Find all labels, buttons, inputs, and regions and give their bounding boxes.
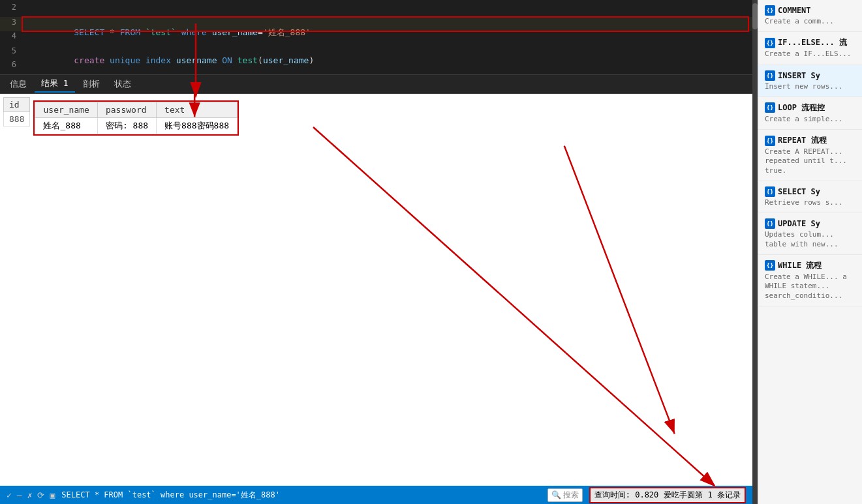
tbl-backtick: `test` bbox=[146, 27, 176, 37]
sidebar-title-comment: {} COMMENT bbox=[765, 5, 855, 16]
kw-on: ON bbox=[222, 55, 232, 65]
sidebar-desc-update: Updates colum... table with new... bbox=[765, 230, 855, 249]
table-header-row: user_name password text bbox=[35, 102, 238, 118]
stop-icon[interactable]: ▣ bbox=[50, 490, 55, 500]
status-bar: ✓ – ✗ ⟳ ▣ SELECT * FROM `test` where use… bbox=[0, 486, 752, 504]
table-row: 姓名_888 密码: 888 账号888密码888 bbox=[35, 118, 238, 134]
sidebar-desc-select: Retrieve rows s... bbox=[765, 198, 855, 207]
sidebar-item-update[interactable]: {} UPDATE Sy Updates colum... table with… bbox=[758, 213, 862, 255]
check-icon[interactable]: ✓ bbox=[7, 490, 12, 500]
id-cell: 888 bbox=[4, 112, 30, 126]
tab-info[interactable]: 信息 bbox=[3, 76, 33, 92]
sidebar-item-repeat[interactable]: {} REPEAT 流程 Create A REPEAT... repeated… bbox=[758, 130, 862, 181]
sidebar-item-select[interactable]: {} SELECT Sy Retrieve rows s... bbox=[758, 181, 862, 213]
query-time: 查询时间: 0.820 bbox=[594, 490, 659, 501]
kw-index: index bbox=[146, 55, 171, 65]
status-query-info-box: 查询时间: 0.820 爱吃手圆第 1 条记录 bbox=[589, 487, 746, 503]
code-line-3: 3 SELECT * FROM `test` where user_name='… bbox=[0, 17, 752, 31]
col-username: user_name bbox=[212, 27, 258, 37]
cross-icon[interactable]: ✗ bbox=[27, 490, 33, 500]
line-num-5: 5 bbox=[0, 46, 23, 55]
tab-profile[interactable]: 剖析 bbox=[76, 76, 106, 92]
sidebar-title-repeat: {} REPEAT 流程 bbox=[765, 135, 855, 146]
main-container: 2 3 SELECT * FROM `test` where user_name… bbox=[0, 0, 862, 504]
kw-from: FROM bbox=[120, 27, 140, 37]
col-user-name: user_name bbox=[263, 55, 309, 65]
sidebar-desc-loop: Create a simple... bbox=[765, 115, 855, 124]
results-wrapper: id 888 bbox=[0, 94, 752, 504]
sidebar-title-while: {} WHILE 流程 bbox=[765, 260, 855, 271]
sidebar-title-select: {} SELECT Sy bbox=[765, 186, 855, 197]
sidebar-desc-repeat: Create A REPEAT... repeated until t... t… bbox=[765, 147, 855, 175]
idx-name: username bbox=[176, 55, 217, 65]
id-row: 888 bbox=[4, 112, 30, 126]
search-icon: 🔍 bbox=[551, 490, 561, 499]
status-sql: SELECT * FROM `test` where user_name='姓名… bbox=[61, 490, 547, 501]
sidebar-item-comment[interactable]: {} COMMENT Create a comm... bbox=[758, 0, 862, 32]
tbl-test: test bbox=[238, 55, 258, 65]
sidebar-item-insert[interactable]: {} INSERT Sy Insert new rows... bbox=[758, 65, 862, 97]
comment-icon: {} bbox=[765, 5, 775, 16]
sidebar: {} COMMENT Create a comm... {} IF...ELSE… bbox=[758, 0, 862, 504]
results-row-wrapper: id 888 bbox=[3, 97, 749, 139]
ifelse-icon: {} bbox=[765, 38, 775, 48]
tab-results[interactable]: 结果 1 bbox=[35, 76, 75, 93]
sidebar-desc-comment: Create a comm... bbox=[765, 17, 855, 26]
sidebar-desc-insert: Insert new rows... bbox=[765, 82, 855, 91]
sidebar-desc-ifelse: Create a IF...ELS... bbox=[765, 50, 855, 59]
tab-status[interactable]: 状态 bbox=[108, 76, 138, 92]
sidebar-item-loop[interactable]: {} LOOP 流程控 Create a simple... bbox=[758, 97, 862, 130]
col-header-id: id bbox=[4, 98, 30, 112]
tabs-bar: 信息 结果 1 剖析 状态 bbox=[0, 74, 752, 94]
cell-text: 账号888密码888 bbox=[157, 118, 238, 134]
sidebar-desc-while: Create a WHILE... a WHILE statem... sear… bbox=[765, 273, 855, 301]
col-header-password: password bbox=[97, 102, 156, 118]
line-num-3: 3 bbox=[0, 18, 23, 27]
id-column-area: id 888 bbox=[3, 97, 30, 126]
sidebar-title-insert: {} INSERT Sy bbox=[765, 70, 855, 81]
col-header-text: text bbox=[157, 102, 238, 118]
loop-icon: {} bbox=[765, 102, 775, 113]
kw-where: where bbox=[181, 27, 207, 37]
results-content: id 888 bbox=[0, 94, 752, 504]
sidebar-title-loop: {} LOOP 流程控 bbox=[765, 102, 855, 113]
dash-icon[interactable]: – bbox=[17, 490, 22, 500]
rows-info: 爱吃手圆第 1 条记录 bbox=[664, 490, 741, 501]
insert-icon: {} bbox=[765, 70, 775, 81]
sidebar-item-while[interactable]: {} WHILE 流程 Create a WHILE... a WHILE st… bbox=[758, 255, 862, 306]
line-num-6: 6 bbox=[0, 60, 23, 69]
refresh-icon[interactable]: ⟳ bbox=[37, 490, 44, 500]
editor-top: 2 3 SELECT * FROM `test` where user_name… bbox=[0, 0, 752, 74]
cell-username: 姓名_888 bbox=[35, 118, 97, 134]
kw-unique: unique bbox=[110, 55, 140, 65]
left-panel: 2 3 SELECT * FROM `test` where user_name… bbox=[0, 0, 752, 504]
line-num-4: 4 bbox=[0, 31, 23, 40]
line-num-2: 2 bbox=[0, 3, 23, 12]
code-content-5: create unique index username ON test(use… bbox=[23, 46, 752, 75]
code-line-2: 2 bbox=[0, 3, 752, 17]
while-icon: {} bbox=[765, 260, 775, 271]
sidebar-title-update: {} UPDATE Sy bbox=[765, 218, 855, 229]
status-icons: ✓ – ✗ ⟳ ▣ bbox=[7, 490, 55, 500]
cell-password: 密码: 888 bbox=[97, 118, 156, 134]
result-table-box: user_name password text 姓名_888 密码: 888 账… bbox=[33, 100, 239, 136]
code-content-3: SELECT * FROM `test` where user_name='姓名… bbox=[23, 17, 752, 48]
status-right: 🔍 搜索 查询时间: 0.820 爱吃手圆第 1 条记录 bbox=[547, 487, 746, 503]
update-icon: {} bbox=[765, 218, 775, 229]
vertical-scrollbar[interactable] bbox=[752, 0, 758, 504]
select-icon: {} bbox=[765, 186, 775, 197]
str-value: '姓名_888' bbox=[263, 27, 311, 37]
scroll-thumb[interactable] bbox=[752, 3, 758, 29]
col-header-username: user_name bbox=[35, 102, 97, 118]
search-box[interactable]: 🔍 搜索 bbox=[547, 488, 583, 502]
search-placeholder: 搜索 bbox=[563, 490, 579, 501]
results-table: user_name password text 姓名_888 密码: 888 账… bbox=[35, 102, 238, 134]
repeat-icon: {} bbox=[765, 136, 775, 146]
sidebar-title-ifelse: {} IF...ELSE... 流 bbox=[765, 37, 855, 48]
sidebar-item-ifelse[interactable]: {} IF...ELSE... 流 Create a IF...ELS... bbox=[758, 32, 862, 65]
kw-select: SELECT bbox=[74, 27, 104, 37]
id-table: id 888 bbox=[3, 97, 30, 126]
kw-create: create bbox=[74, 55, 104, 65]
